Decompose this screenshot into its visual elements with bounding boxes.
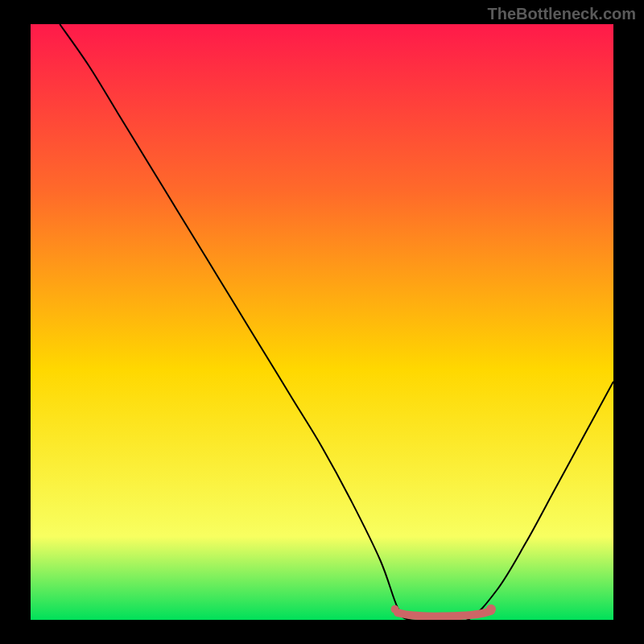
optimal-start-dot xyxy=(391,605,399,613)
watermark-text: TheBottleneck.com xyxy=(488,5,636,23)
optimal-end-dot xyxy=(486,605,496,614)
optimal-range-marker xyxy=(398,611,491,617)
chart-curves xyxy=(31,24,613,620)
bottleneck-curve xyxy=(60,24,613,620)
plot-area xyxy=(31,24,613,620)
